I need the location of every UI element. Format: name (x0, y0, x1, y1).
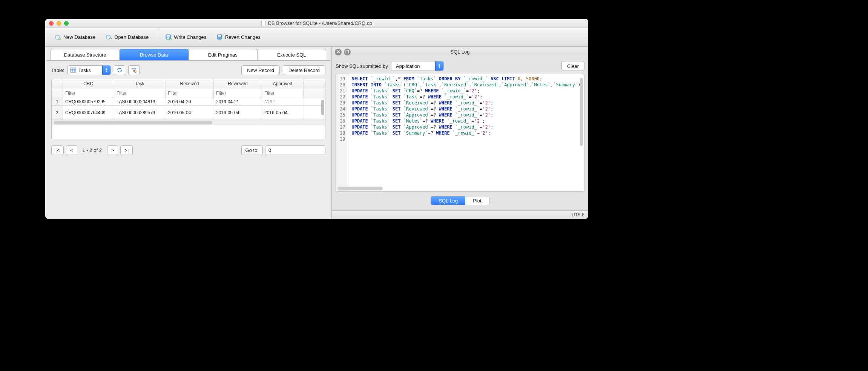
table-filter-row (52, 88, 325, 98)
header-approved[interactable]: Approved (262, 79, 304, 88)
log-lines: SELECT `_rowid_`,* FROM `Tasks` ORDER BY… (349, 74, 584, 191)
page-first-button[interactable]: |< (51, 145, 64, 155)
titlebar: DB Browser for SQLite - /Users/Shared/CR… (45, 19, 588, 28)
tab-edit-pragmas[interactable]: Edit Pragmas (188, 49, 258, 60)
tab-database-structure[interactable]: Database Structure (51, 49, 120, 60)
filter-received[interactable] (166, 89, 213, 97)
goto-input[interactable] (265, 145, 325, 155)
page-next-button[interactable]: > (107, 145, 118, 155)
refresh-icon (117, 67, 123, 73)
open-database-button[interactable]: Open Database (106, 34, 149, 40)
rownum-cell: 1 (52, 98, 63, 105)
zoom-window-button[interactable] (64, 21, 69, 26)
refresh-button[interactable] (114, 65, 125, 75)
select-arrows-icon: ▲▼ (435, 61, 443, 71)
sql-source-select[interactable]: Application ▲▼ (391, 61, 444, 71)
close-panel-button[interactable]: ✕ (335, 49, 342, 55)
main-toolbar: New Database Open Database Write Changes… (45, 28, 588, 47)
svg-rect-4 (167, 35, 170, 37)
filter-crq[interactable] (64, 89, 113, 97)
cell-approved[interactable]: NULL (262, 98, 304, 105)
cell-received[interactable]: 2016-04-20 (166, 98, 214, 105)
filter-task[interactable] (115, 89, 164, 97)
table-header-row: CRQ Task Received Reviewed Approved (52, 79, 325, 88)
statusbar: UTF-8 (332, 210, 588, 219)
table-row[interactable]: 2 CRQ000000764409 TAS000000289579 2016-0… (52, 106, 325, 120)
cell-task[interactable]: TAS000000289579 (114, 106, 166, 120)
page-range-text: 1 - 2 of 2 (80, 147, 105, 153)
subtab-sql-log[interactable]: SQL Log (431, 196, 465, 205)
rownum-cell: 2 (52, 106, 63, 120)
table-controls: Table: Tasks ▲▼ New Record Delete Record (51, 65, 325, 75)
sql-source-value: Application (394, 63, 435, 69)
cell-approved[interactable]: 2016-05-04 (262, 106, 304, 120)
left-pane: Database Structure Browse Data Edit Prag… (45, 47, 332, 219)
table-row[interactable]: 1 CRQ000000579295 TAS000000204813 2016-0… (52, 98, 325, 106)
table-h-scrollbar[interactable] (52, 120, 325, 125)
cell-reviewed[interactable]: 2016-05-04 (214, 106, 262, 120)
table-select-value: Tasks (76, 67, 102, 73)
write-changes-label: Write Changes (174, 34, 206, 40)
select-arrows-icon: ▲▼ (102, 65, 110, 75)
cell-task[interactable]: TAS000000204813 (114, 98, 166, 105)
header-task[interactable]: Task (114, 79, 166, 88)
revert-changes-label: Revert Changes (225, 34, 261, 40)
cell-reviewed[interactable]: 2016-04-21 (214, 98, 262, 105)
subtab-plot[interactable]: Plot (465, 196, 489, 205)
filter-reviewed[interactable] (215, 89, 261, 97)
page-last-button[interactable]: >| (120, 145, 133, 155)
table-select[interactable]: Tasks ▲▼ (67, 65, 111, 75)
main-tabbar: Database Structure Browse Data Edit Prag… (45, 47, 331, 60)
header-reviewed[interactable]: Reviewed (214, 79, 262, 88)
new-database-button[interactable]: New Database (55, 34, 95, 40)
svg-rect-8 (218, 35, 221, 37)
panel-title: SQL Log (332, 49, 588, 55)
log-line-gutter: 1920212223242526272829 (336, 74, 349, 191)
clear-filters-button[interactable] (128, 65, 140, 75)
toolbar-separator (157, 28, 157, 46)
right-pane: ✕ ❐ SQL Log Show SQL submitted by Applic… (332, 47, 588, 219)
file-icon (261, 21, 266, 26)
cell-crq[interactable]: CRQ000000579295 (63, 98, 114, 105)
app-window: DB Browser for SQLite - /Users/Shared/CR… (45, 19, 588, 219)
write-changes-button[interactable]: Write Changes (166, 34, 206, 40)
body-split: Database Structure Browse Data Edit Prag… (45, 47, 588, 219)
undock-panel-button[interactable]: ❐ (344, 49, 351, 55)
filter-approved[interactable] (263, 89, 302, 97)
svg-rect-5 (167, 37, 169, 39)
table-label: Table: (51, 67, 64, 73)
minimize-window-button[interactable] (57, 21, 61, 26)
paginator: |< < 1 - 2 of 2 > >| Go to: (51, 145, 325, 155)
log-h-scrollbar[interactable] (337, 187, 579, 190)
data-table: CRQ Task Received Reviewed Approved (51, 79, 325, 139)
svg-rect-9 (71, 68, 76, 72)
window-controls (49, 21, 69, 26)
header-rownum (52, 79, 63, 88)
revert-icon (217, 34, 223, 40)
sql-log-panel-body: Show SQL submitted by Application ▲▼ Cle… (332, 57, 588, 210)
delete-record-button[interactable]: Delete Record (283, 65, 325, 75)
log-sub-tabs: SQL Log Plot (336, 195, 584, 207)
window-title-text: DB Browser for SQLite - /Users/Shared/CR… (268, 20, 373, 26)
header-crq[interactable]: CRQ (63, 79, 114, 88)
log-v-scrollbar[interactable] (580, 78, 583, 146)
tab-execute-sql[interactable]: Execute SQL (257, 49, 327, 60)
open-database-icon (106, 34, 112, 40)
table-icon (70, 67, 76, 73)
encoding-indicator[interactable]: UTF-8 (572, 212, 584, 218)
show-sql-label: Show SQL submitted by (336, 63, 388, 69)
new-database-icon (55, 34, 61, 40)
table-v-scrollbar[interactable] (321, 100, 324, 115)
cell-crq[interactable]: CRQ000000764409 (63, 106, 114, 120)
page-prev-button[interactable]: < (66, 145, 77, 155)
new-record-button[interactable]: New Record (241, 65, 280, 75)
revert-changes-button[interactable]: Revert Changes (217, 34, 261, 40)
cell-received[interactable]: 2016-05-04 (166, 106, 214, 120)
sql-log-controls: Show SQL submitted by Application ▲▼ Cle… (336, 61, 584, 71)
sql-log-view[interactable]: 1920212223242526272829 SELECT `_rowid_`,… (336, 74, 584, 192)
clear-log-button[interactable]: Clear (561, 61, 584, 71)
header-received[interactable]: Received (166, 79, 214, 88)
tab-browse-data[interactable]: Browse Data (120, 49, 189, 60)
sql-log-panel-header: ✕ ❐ SQL Log (332, 47, 588, 57)
close-window-button[interactable] (49, 21, 54, 26)
